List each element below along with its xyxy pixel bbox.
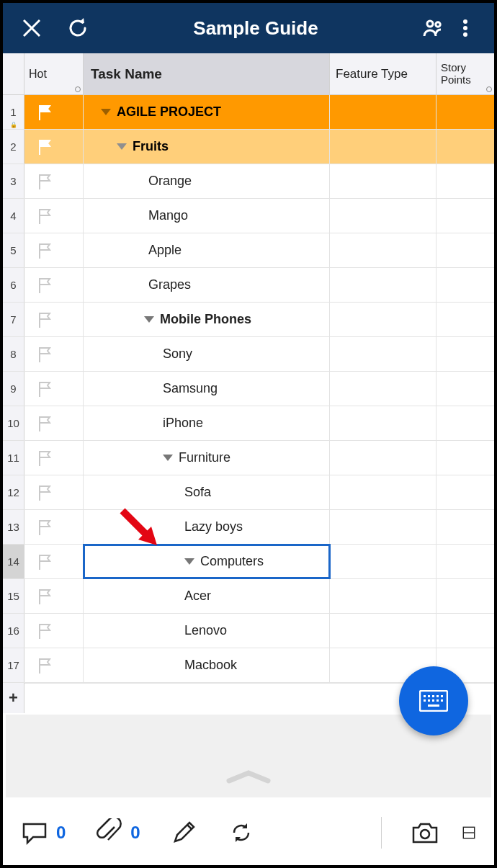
table-row[interactable]: 4Mango (3, 199, 494, 233)
drag-handle[interactable] (3, 766, 494, 787)
table-row[interactable]: 15Acer (3, 579, 494, 614)
table-row[interactable]: 16Lenovo (3, 614, 494, 648)
row-number[interactable]: 17 (3, 648, 24, 682)
story-cell[interactable] (436, 337, 494, 371)
task-cell[interactable]: Macbook (84, 648, 330, 682)
feature-cell[interactable] (330, 199, 436, 233)
story-cell[interactable] (436, 268, 494, 302)
row-number[interactable]: 3 (3, 164, 24, 198)
row-number[interactable]: 6 (3, 268, 24, 302)
row-number[interactable]: 12 (3, 475, 24, 509)
more-icon[interactable] (449, 12, 481, 44)
hot-cell[interactable] (24, 268, 84, 302)
row-number[interactable]: 8 (3, 337, 24, 371)
expand-icon[interactable] (163, 455, 173, 461)
flag-icon[interactable] (37, 173, 53, 190)
col-story-points[interactable]: Story Points (436, 53, 494, 94)
feature-cell[interactable] (330, 164, 436, 198)
table-row[interactable]: 2Fruits (3, 130, 494, 164)
story-cell[interactable] (436, 199, 494, 233)
table-row[interactable]: 10iPhone (3, 406, 494, 441)
flag-icon[interactable] (37, 415, 53, 432)
flag-icon[interactable] (37, 588, 53, 605)
feature-cell[interactable] (330, 268, 436, 302)
feature-cell[interactable] (330, 614, 436, 648)
flag-icon[interactable] (37, 207, 53, 225)
task-cell[interactable]: Orange (84, 164, 330, 198)
hot-cell[interactable] (24, 372, 84, 406)
feature-cell[interactable] (330, 406, 436, 440)
row-number[interactable]: 15 (3, 579, 24, 613)
story-cell[interactable] (436, 441, 494, 475)
story-cell[interactable] (436, 164, 494, 198)
story-cell[interactable] (436, 545, 494, 578)
flag-icon[interactable] (37, 104, 53, 121)
row-number[interactable]: 2 (3, 130, 24, 164)
table-row[interactable]: 9Samsung (3, 372, 494, 406)
story-cell[interactable] (436, 510, 494, 544)
hot-cell[interactable] (24, 164, 84, 198)
add-row-button[interactable]: + (3, 683, 24, 713)
row-number[interactable]: 7 (3, 303, 24, 336)
task-cell[interactable]: Computers (84, 545, 330, 578)
hot-cell[interactable] (24, 579, 84, 613)
task-cell[interactable]: Lenovo (84, 614, 330, 648)
flag-icon[interactable] (37, 346, 53, 363)
hot-cell[interactable] (24, 130, 84, 164)
edit-button[interactable] (169, 818, 198, 847)
feature-cell[interactable] (330, 233, 436, 267)
task-cell[interactable]: Mobile Phones (84, 303, 330, 336)
row-number[interactable]: 1🔒 (3, 95, 24, 129)
hot-cell[interactable] (24, 545, 84, 578)
feature-cell[interactable] (330, 372, 436, 406)
hot-cell[interactable] (24, 441, 84, 475)
story-cell[interactable] (436, 579, 494, 613)
flag-icon[interactable] (37, 553, 53, 571)
feature-cell[interactable] (330, 441, 436, 475)
task-cell[interactable]: Mango (84, 199, 330, 233)
table-row[interactable]: 1🔒AGILE PROJECT (3, 95, 494, 130)
camera-button[interactable] (411, 818, 439, 847)
flag-icon[interactable] (37, 380, 53, 398)
table-row[interactable]: 12Sofa (3, 475, 494, 510)
keyboard-fab[interactable] (399, 666, 468, 735)
story-cell[interactable] (436, 475, 494, 509)
hot-cell[interactable] (24, 337, 84, 371)
comments-button[interactable]: 0 (20, 818, 66, 847)
hot-cell[interactable] (24, 475, 84, 509)
task-cell[interactable]: Grapes (84, 268, 330, 302)
attachments-button[interactable]: 0 (94, 818, 140, 847)
row-number[interactable]: 16 (3, 614, 24, 648)
feature-cell[interactable] (330, 545, 436, 578)
task-cell[interactable]: Fruits (84, 130, 330, 164)
story-cell[interactable] (436, 233, 494, 267)
expand-icon[interactable] (184, 558, 194, 565)
task-cell[interactable]: Sony (84, 337, 330, 371)
flag-icon[interactable] (37, 449, 53, 467)
flag-icon[interactable] (37, 277, 53, 294)
task-cell[interactable]: Acer (84, 579, 330, 613)
flag-icon[interactable] (37, 622, 53, 640)
feature-cell[interactable] (330, 130, 436, 164)
hot-cell[interactable] (24, 95, 84, 129)
col-feature-type[interactable]: Feature Type (330, 53, 436, 94)
flag-icon[interactable] (37, 242, 53, 259)
story-cell[interactable] (436, 303, 494, 336)
story-cell[interactable] (436, 614, 494, 648)
table-row[interactable]: 5Apple (3, 233, 494, 268)
col-task-name[interactable]: Task Name (84, 53, 330, 94)
task-cell[interactable]: Lazy boys (84, 510, 330, 544)
expand-icon[interactable] (117, 143, 127, 150)
feature-cell[interactable] (330, 475, 436, 509)
row-number[interactable]: 10 (3, 406, 24, 440)
flag-icon[interactable] (37, 311, 53, 328)
feature-cell[interactable] (330, 303, 436, 336)
task-cell[interactable]: Sofa (84, 475, 330, 509)
hot-cell[interactable] (24, 510, 84, 544)
flag-icon[interactable] (37, 519, 53, 536)
row-number[interactable]: 5 (3, 233, 24, 267)
task-cell[interactable]: Samsung (84, 372, 330, 406)
task-cell[interactable]: AGILE PROJECT (84, 95, 330, 129)
hot-cell[interactable] (24, 614, 84, 648)
table-row[interactable]: 3Orange (3, 164, 494, 199)
